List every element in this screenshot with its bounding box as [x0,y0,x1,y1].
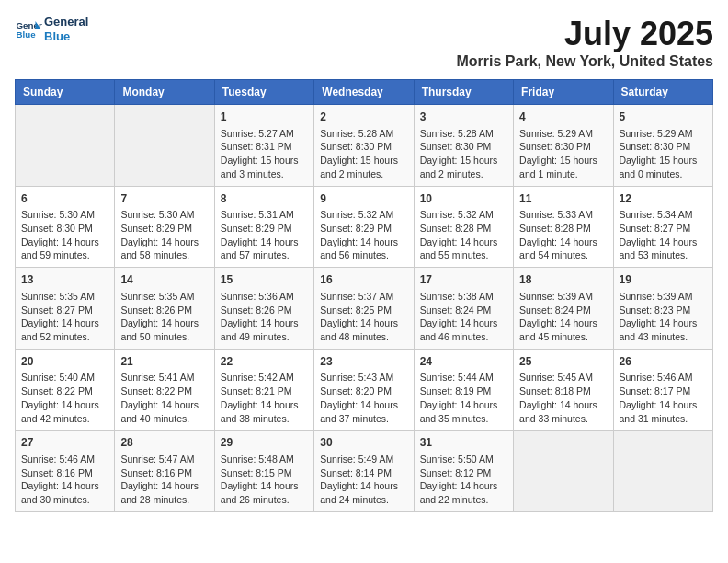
day-number: 19 [620,272,707,288]
calendar-cell: 17Sunrise: 5:38 AM Sunset: 8:24 PM Dayli… [414,268,513,350]
day-number: 4 [519,109,607,125]
day-info: Sunrise: 5:45 AM Sunset: 8:18 PM Dayligh… [519,371,607,425]
weekday-header-monday: Monday [115,80,214,105]
calendar-cell [16,105,115,187]
calendar-cell: 22Sunrise: 5:42 AM Sunset: 8:21 PM Dayli… [214,349,313,431]
day-info: Sunrise: 5:30 AM Sunset: 8:30 PM Dayligh… [21,208,108,262]
day-number: 20 [21,354,108,370]
week-row-2: 6Sunrise: 5:30 AM Sunset: 8:30 PM Daylig… [16,186,713,268]
day-info: Sunrise: 5:40 AM Sunset: 8:22 PM Dayligh… [21,371,108,425]
day-number: 22 [221,354,308,370]
calendar-cell: 30Sunrise: 5:49 AM Sunset: 8:14 PM Dayli… [314,431,414,512]
weekday-header-saturday: Saturday [613,80,712,105]
calendar-cell: 2Sunrise: 5:28 AM Sunset: 8:30 PM Daylig… [314,105,414,187]
day-info: Sunrise: 5:31 AM Sunset: 8:29 PM Dayligh… [221,208,308,262]
day-info: Sunrise: 5:35 AM Sunset: 8:26 PM Dayligh… [120,290,208,344]
week-row-3: 13Sunrise: 5:35 AM Sunset: 8:27 PM Dayli… [16,268,713,350]
day-info: Sunrise: 5:35 AM Sunset: 8:27 PM Dayligh… [21,290,108,344]
calendar-cell: 5Sunrise: 5:29 AM Sunset: 8:30 PM Daylig… [613,105,712,187]
day-number: 18 [519,272,607,288]
day-info: Sunrise: 5:48 AM Sunset: 8:15 PM Dayligh… [221,453,308,507]
day-info: Sunrise: 5:47 AM Sunset: 8:16 PM Dayligh… [120,453,208,507]
weekday-header-wednesday: Wednesday [314,80,414,105]
day-info: Sunrise: 5:39 AM Sunset: 8:23 PM Dayligh… [620,290,707,344]
logo-text-blue: Blue [44,29,88,44]
day-number: 13 [21,272,108,288]
day-info: Sunrise: 5:46 AM Sunset: 8:16 PM Dayligh… [21,453,108,507]
calendar-cell: 7Sunrise: 5:30 AM Sunset: 8:29 PM Daylig… [115,186,214,268]
day-number: 14 [120,272,208,288]
day-info: Sunrise: 5:36 AM Sunset: 8:26 PM Dayligh… [221,290,308,344]
week-row-4: 20Sunrise: 5:40 AM Sunset: 8:22 PM Dayli… [16,349,713,431]
calendar-cell: 12Sunrise: 5:34 AM Sunset: 8:27 PM Dayli… [613,186,712,268]
day-info: Sunrise: 5:50 AM Sunset: 8:12 PM Dayligh… [420,453,507,507]
calendar-table: SundayMondayTuesdayWednesdayThursdayFrid… [15,79,713,512]
day-number: 26 [620,354,707,370]
day-number: 12 [620,191,707,207]
day-info: Sunrise: 5:28 AM Sunset: 8:30 PM Dayligh… [420,127,507,181]
calendar-cell: 27Sunrise: 5:46 AM Sunset: 8:16 PM Dayli… [16,431,115,512]
weekday-header-thursday: Thursday [414,80,513,105]
week-row-5: 27Sunrise: 5:46 AM Sunset: 8:16 PM Dayli… [16,431,713,512]
calendar-cell: 24Sunrise: 5:44 AM Sunset: 8:19 PM Dayli… [414,349,513,431]
calendar-cell: 13Sunrise: 5:35 AM Sunset: 8:27 PM Dayli… [16,268,115,350]
day-info: Sunrise: 5:42 AM Sunset: 8:21 PM Dayligh… [221,371,308,425]
calendar-cell: 29Sunrise: 5:48 AM Sunset: 8:15 PM Dayli… [214,431,313,512]
week-row-1: 1Sunrise: 5:27 AM Sunset: 8:31 PM Daylig… [16,105,713,187]
weekday-header-friday: Friday [514,80,613,105]
day-info: Sunrise: 5:33 AM Sunset: 8:28 PM Dayligh… [519,208,607,262]
day-info: Sunrise: 5:37 AM Sunset: 8:25 PM Dayligh… [320,290,407,344]
day-number: 24 [420,354,507,370]
day-info: Sunrise: 5:28 AM Sunset: 8:30 PM Dayligh… [320,127,407,181]
day-info: Sunrise: 5:41 AM Sunset: 8:22 PM Dayligh… [120,371,208,425]
day-number: 29 [221,435,308,451]
day-number: 21 [120,354,208,370]
day-number: 2 [320,109,407,125]
day-info: Sunrise: 5:39 AM Sunset: 8:24 PM Dayligh… [519,290,607,344]
day-number: 28 [120,435,208,451]
weekday-header-tuesday: Tuesday [214,80,313,105]
calendar-cell: 18Sunrise: 5:39 AM Sunset: 8:24 PM Dayli… [514,268,613,350]
day-info: Sunrise: 5:38 AM Sunset: 8:24 PM Dayligh… [420,290,507,344]
calendar-cell: 21Sunrise: 5:41 AM Sunset: 8:22 PM Dayli… [115,349,214,431]
calendar-cell: 11Sunrise: 5:33 AM Sunset: 8:28 PM Dayli… [514,186,613,268]
day-info: Sunrise: 5:27 AM Sunset: 8:31 PM Dayligh… [221,127,308,181]
day-number: 25 [519,354,607,370]
day-number: 6 [21,191,108,207]
calendar-cell: 9Sunrise: 5:32 AM Sunset: 8:29 PM Daylig… [314,186,414,268]
day-number: 5 [620,109,707,125]
calendar-cell: 4Sunrise: 5:29 AM Sunset: 8:30 PM Daylig… [514,105,613,187]
svg-text:Blue: Blue [17,29,37,40]
weekday-header-sunday: Sunday [16,80,115,105]
weekday-row: SundayMondayTuesdayWednesdayThursdayFrid… [16,80,713,105]
title-area: July 2025 Morris Park, New York, United … [457,15,714,70]
day-number: 9 [320,191,407,207]
day-number: 10 [420,191,507,207]
calendar-cell: 14Sunrise: 5:35 AM Sunset: 8:26 PM Dayli… [115,268,214,350]
day-info: Sunrise: 5:29 AM Sunset: 8:30 PM Dayligh… [620,127,707,181]
calendar-cell: 8Sunrise: 5:31 AM Sunset: 8:29 PM Daylig… [214,186,313,268]
day-number: 16 [320,272,407,288]
calendar-cell: 26Sunrise: 5:46 AM Sunset: 8:17 PM Dayli… [613,349,712,431]
day-number: 1 [221,109,308,125]
day-info: Sunrise: 5:32 AM Sunset: 8:28 PM Dayligh… [420,208,507,262]
calendar-cell: 23Sunrise: 5:43 AM Sunset: 8:20 PM Dayli… [314,349,414,431]
calendar-cell: 3Sunrise: 5:28 AM Sunset: 8:30 PM Daylig… [414,105,513,187]
day-number: 17 [420,272,507,288]
calendar-cell: 16Sunrise: 5:37 AM Sunset: 8:25 PM Dayli… [314,268,414,350]
calendar-cell [115,105,214,187]
day-info: Sunrise: 5:34 AM Sunset: 8:27 PM Dayligh… [620,208,707,262]
day-number: 3 [420,109,507,125]
calendar-cell: 10Sunrise: 5:32 AM Sunset: 8:28 PM Dayli… [414,186,513,268]
day-number: 30 [320,435,407,451]
day-number: 31 [420,435,507,451]
day-number: 23 [320,354,407,370]
day-info: Sunrise: 5:43 AM Sunset: 8:20 PM Dayligh… [320,371,407,425]
day-info: Sunrise: 5:46 AM Sunset: 8:17 PM Dayligh… [620,371,707,425]
day-info: Sunrise: 5:30 AM Sunset: 8:29 PM Dayligh… [120,208,208,262]
calendar-cell: 15Sunrise: 5:36 AM Sunset: 8:26 PM Dayli… [214,268,313,350]
logo: General Blue General Blue [15,15,88,43]
day-number: 8 [221,191,308,207]
calendar-subtitle: Morris Park, New York, United States [457,53,714,70]
day-number: 7 [120,191,208,207]
